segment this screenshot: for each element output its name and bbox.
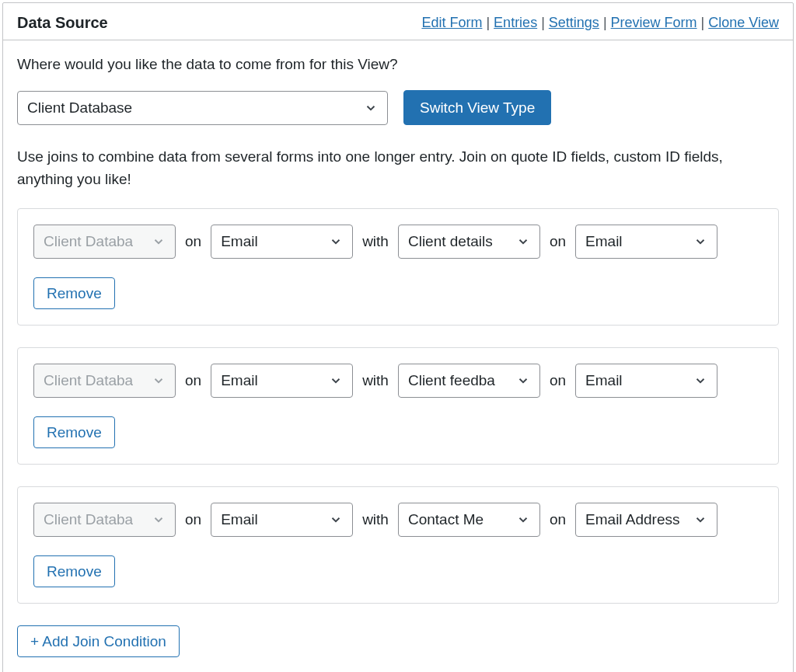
keyword-on: on <box>185 233 201 250</box>
separator: | <box>541 15 545 30</box>
join-condition-card: Client DatabaonEmailwithClient detailson… <box>17 208 779 326</box>
remove-button[interactable]: Remove <box>33 555 115 587</box>
chevron-down-icon <box>516 235 530 249</box>
keyword-on: on <box>550 233 566 250</box>
keyword-on: on <box>550 511 566 528</box>
join-source-db-select-value: Client Databa <box>44 511 133 528</box>
panel-title: Data Source <box>17 14 108 32</box>
join-condition-card: Client DatabaonEmailwithContact MeonEmai… <box>17 486 779 604</box>
join-row: Client DatabaonEmailwithClient feedbaonE… <box>33 364 763 398</box>
switch-view-type-button[interactable]: Switch View Type <box>403 90 551 125</box>
keyword-with: with <box>362 511 389 528</box>
keyword-on: on <box>185 511 201 528</box>
join-source-field-select-value: Email <box>221 511 258 528</box>
join-target-field-select-value: Email <box>585 233 623 250</box>
join-source-db-select: Client Databa <box>33 225 176 259</box>
join-source-field-select[interactable]: Email <box>211 225 353 259</box>
separator: | <box>486 15 490 30</box>
join-target-field-select[interactable]: Email <box>575 364 717 398</box>
header-links: Edit Form|Entries|Settings|Preview Form|… <box>421 15 779 31</box>
remove-button[interactable]: Remove <box>33 277 115 309</box>
source-select-value: Client Database <box>27 99 132 117</box>
join-source-field-select[interactable]: Email <box>211 364 353 398</box>
join-source-field-select-value: Email <box>221 372 258 389</box>
chevron-down-icon <box>329 513 343 527</box>
data-source-panel: Data Source Edit Form|Entries|Settings|P… <box>2 2 794 672</box>
keyword-with: with <box>362 233 389 250</box>
join-target-field-select[interactable]: Email Address <box>575 503 717 537</box>
chevron-down-icon <box>152 235 166 249</box>
chevron-down-icon <box>364 101 378 115</box>
edit-form-link[interactable]: Edit Form <box>421 15 482 30</box>
source-prompt: Where would you like the data to come fr… <box>17 56 779 73</box>
source-select[interactable]: Client Database <box>17 91 388 125</box>
join-target-form-select[interactable]: Client feedba <box>398 364 540 398</box>
join-condition-card: Client DatabaonEmailwithClient feedbaonE… <box>17 347 779 465</box>
join-source-db-select-value: Client Databa <box>44 372 133 389</box>
separator: | <box>701 15 705 30</box>
chevron-down-icon <box>152 374 166 388</box>
chevron-down-icon <box>516 374 530 388</box>
join-target-form-select-value: Client details <box>408 233 493 250</box>
chevron-down-icon <box>329 374 343 388</box>
chevron-down-icon <box>693 374 707 388</box>
remove-button[interactable]: Remove <box>33 416 115 448</box>
separator: | <box>603 15 607 30</box>
join-target-form-select[interactable]: Contact Me <box>398 503 540 537</box>
preview-form-link[interactable]: Preview Form <box>611 15 697 30</box>
join-target-field-select[interactable]: Email <box>575 225 717 259</box>
chevron-down-icon <box>693 513 707 527</box>
panel-header: Data Source Edit Form|Entries|Settings|P… <box>3 3 793 40</box>
join-target-field-select-value: Email <box>585 372 623 389</box>
keyword-on: on <box>550 372 566 389</box>
join-row: Client DatabaonEmailwithClient detailson… <box>33 225 763 259</box>
join-target-form-select[interactable]: Client details <box>398 225 540 259</box>
source-row: Client Database Switch View Type <box>17 90 779 125</box>
join-target-form-select-value: Contact Me <box>408 511 484 528</box>
chevron-down-icon <box>152 513 166 527</box>
chevron-down-icon <box>516 513 530 527</box>
add-join-condition-button[interactable]: + Add Join Condition <box>17 625 180 657</box>
clone-view-link[interactable]: Clone View <box>708 15 779 30</box>
settings-link[interactable]: Settings <box>549 15 599 30</box>
join-target-form-select-value: Client feedba <box>408 372 495 389</box>
entries-link[interactable]: Entries <box>494 15 537 30</box>
help-text: Use joins to combine data from several f… <box>17 145 779 191</box>
keyword-with: with <box>362 372 389 389</box>
join-source-db-select: Client Databa <box>33 364 176 398</box>
join-source-db-select: Client Databa <box>33 503 176 537</box>
join-source-field-select[interactable]: Email <box>211 503 353 537</box>
join-source-db-select-value: Client Databa <box>44 233 133 250</box>
chevron-down-icon <box>693 235 707 249</box>
join-row: Client DatabaonEmailwithContact MeonEmai… <box>33 503 763 537</box>
keyword-on: on <box>185 372 201 389</box>
chevron-down-icon <box>329 235 343 249</box>
panel-body: Where would you like the data to come fr… <box>3 40 793 672</box>
join-target-field-select-value: Email Address <box>585 511 679 528</box>
join-source-field-select-value: Email <box>221 233 258 250</box>
